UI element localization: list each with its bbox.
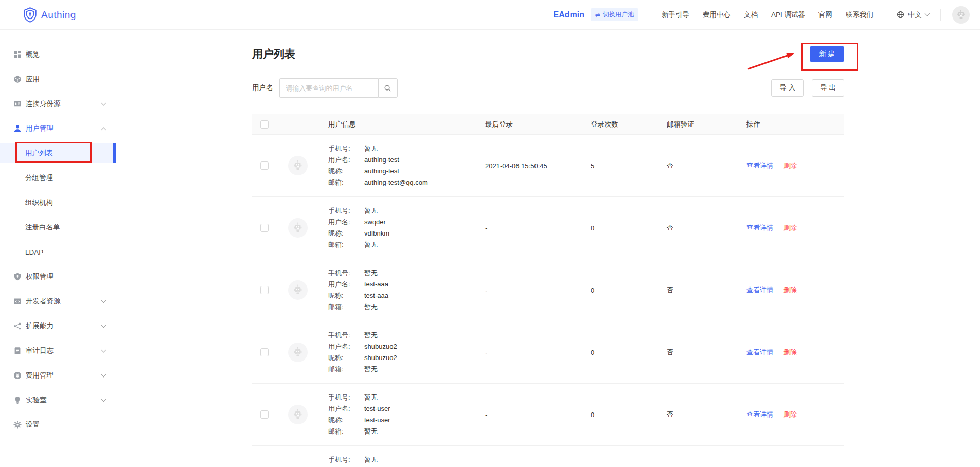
page-title: 用户列表 bbox=[252, 47, 295, 61]
sidebar-subitem-registration-whitelist[interactable]: 注册白名单 bbox=[0, 215, 116, 240]
user-info-cell: 手机号:暂无用户名:test-aaa昵称:test-aaa邮箱:暂无 bbox=[328, 267, 485, 313]
user-avatar[interactable] bbox=[952, 6, 970, 24]
field-label-nickname: 昵称: bbox=[328, 228, 364, 239]
search-button[interactable] bbox=[378, 78, 398, 98]
sidebar-subitem-label: 组织机构 bbox=[25, 198, 53, 207]
nav-item-contact-us[interactable]: 联系我们 bbox=[846, 10, 874, 20]
sidebar-subitem-user-list[interactable]: 用户列表 bbox=[0, 143, 116, 163]
row-checkbox[interactable] bbox=[260, 161, 269, 170]
nav-item-billing-center[interactable]: 费用中心 bbox=[703, 10, 730, 20]
delete-link[interactable]: 删除 bbox=[783, 161, 797, 170]
view-details-link[interactable]: 查看详情 bbox=[746, 348, 773, 357]
field-label-username: 用户名: bbox=[328, 279, 364, 290]
column-header: 登录次数 bbox=[591, 120, 667, 129]
table-header-row: 用户信息最后登录登录次数邮箱验证操作 bbox=[252, 114, 844, 135]
user-pool-name[interactable]: EAdmin bbox=[553, 10, 584, 20]
sidebar-item-lab[interactable]: 实验室 bbox=[0, 388, 116, 412]
robot-avatar-icon bbox=[288, 343, 308, 362]
sidebar-item-label: 实验室 bbox=[26, 396, 47, 405]
field-label-nickname: 昵称: bbox=[328, 166, 364, 177]
sidebar-item-overview[interactable]: 概览 bbox=[0, 42, 116, 67]
username-search-input[interactable] bbox=[279, 78, 378, 98]
row-checkbox[interactable] bbox=[260, 410, 269, 419]
view-details-link[interactable]: 查看详情 bbox=[746, 410, 773, 419]
field-value-email: authing-test@qq.com bbox=[364, 177, 428, 188]
field-label-email: 邮箱: bbox=[328, 177, 364, 188]
email-verified-cell: 否 bbox=[667, 410, 746, 419]
sidebar-subitem-label: LDAP bbox=[25, 248, 43, 256]
login-count-cell: 5 bbox=[591, 162, 667, 170]
email-verified-cell: 否 bbox=[667, 223, 746, 232]
field-value-phone: 暂无 bbox=[364, 267, 378, 279]
sidebar-item-label: 用户管理 bbox=[26, 124, 54, 133]
last-login-cell: - bbox=[485, 224, 591, 232]
delete-link[interactable]: 删除 bbox=[783, 348, 797, 357]
delete-link[interactable]: 删除 bbox=[783, 223, 797, 232]
globe-icon bbox=[897, 11, 904, 19]
select-all-checkbox[interactable] bbox=[260, 120, 269, 129]
sidebar-item-settings[interactable]: 设置 bbox=[0, 412, 116, 437]
permission-management-icon bbox=[13, 272, 22, 281]
chevron-down-icon bbox=[101, 347, 106, 352]
sidebar-item-identity-sources[interactable]: 连接身份源 bbox=[0, 92, 116, 116]
divider bbox=[940, 9, 941, 21]
field-value-phone: 暂无 bbox=[364, 330, 378, 341]
row-checkbox[interactable] bbox=[260, 348, 269, 356]
language-selector[interactable]: 中文 bbox=[897, 10, 929, 20]
sidebar-item-billing-management[interactable]: 费用管理 bbox=[0, 363, 116, 388]
chevron-up-icon bbox=[101, 127, 106, 132]
view-details-link[interactable]: 查看详情 bbox=[746, 161, 773, 170]
delete-link[interactable]: 删除 bbox=[783, 410, 797, 419]
field-label-username: 用户名: bbox=[328, 217, 364, 228]
view-details-link[interactable]: 查看详情 bbox=[746, 285, 773, 295]
divider bbox=[650, 9, 650, 21]
table-row: 手机号:暂无用户名:authing-test昵称:authing-test邮箱:… bbox=[252, 135, 844, 197]
settings-icon bbox=[13, 420, 22, 429]
row-checkbox[interactable] bbox=[260, 286, 269, 294]
nav-item-api-debugger[interactable]: API 调试器 bbox=[771, 10, 805, 20]
field-label-phone: 手机号: bbox=[328, 267, 364, 279]
field-label-email: 邮箱: bbox=[328, 301, 364, 313]
sidebar-item-extensions[interactable]: 扩展能力 bbox=[0, 314, 116, 338]
sidebar-item-user-management[interactable]: 用户管理 bbox=[0, 116, 116, 141]
field-label-email: 邮箱: bbox=[328, 364, 364, 375]
nav-item-docs[interactable]: 文档 bbox=[744, 10, 758, 20]
field-label-username: 用户名: bbox=[328, 154, 364, 166]
field-label-email: 邮箱: bbox=[328, 426, 364, 437]
sidebar-subitem-group-management[interactable]: 分组管理 bbox=[0, 166, 116, 190]
export-button[interactable]: 导 出 bbox=[812, 79, 844, 97]
nav-item-official-site[interactable]: 官网 bbox=[818, 10, 832, 20]
sidebar-item-label: 开发者资源 bbox=[26, 297, 61, 306]
language-label: 中文 bbox=[908, 10, 922, 20]
email-verified-cell: 否 bbox=[667, 285, 746, 295]
field-value-nickname: shubuzuo2 bbox=[364, 352, 397, 364]
sidebar-subitem-ldap[interactable]: LDAP bbox=[0, 240, 116, 264]
sidebar-item-permission-management[interactable]: 权限管理 bbox=[0, 264, 116, 289]
field-value-username: test-user bbox=[364, 403, 390, 415]
overview-icon bbox=[13, 50, 22, 59]
nav-item-guide[interactable]: 新手引导 bbox=[662, 10, 689, 20]
delete-link[interactable]: 删除 bbox=[783, 285, 797, 295]
switch-pool-button[interactable]: ⇌ 切换用户池 bbox=[591, 8, 638, 21]
email-verified-cell: 否 bbox=[667, 348, 746, 357]
user-table: 用户信息最后登录登录次数邮箱验证操作 手机号:暂无用户名:authing-tes… bbox=[252, 114, 844, 467]
sidebar-item-developer-resources[interactable]: 开发者资源 bbox=[0, 289, 116, 314]
row-checkbox[interactable] bbox=[260, 224, 269, 232]
billing-management-icon bbox=[13, 371, 22, 380]
switch-pool-label: 切换用户池 bbox=[603, 10, 634, 19]
view-details-link[interactable]: 查看详情 bbox=[746, 223, 773, 232]
sidebar-item-label: 设置 bbox=[26, 420, 40, 429]
login-count-cell: 0 bbox=[591, 349, 667, 356]
chevron-down-icon bbox=[925, 11, 930, 16]
sidebar-subitem-organizations[interactable]: 组织机构 bbox=[0, 190, 116, 215]
sidebar-item-applications[interactable]: 应用 bbox=[0, 67, 116, 92]
applications-icon bbox=[13, 75, 22, 84]
field-label-nickname: 昵称: bbox=[328, 290, 364, 301]
field-value-phone: 暂无 bbox=[364, 392, 378, 403]
sidebar-item-audit-logs[interactable]: 审计日志 bbox=[0, 338, 116, 363]
import-button[interactable]: 导 入 bbox=[771, 79, 804, 97]
create-user-button[interactable]: 新 建 bbox=[810, 46, 844, 62]
field-label-email: 邮箱: bbox=[328, 239, 364, 250]
brand-logo[interactable]: Authing bbox=[23, 7, 76, 23]
sidebar-subitem-label: 注册白名单 bbox=[25, 223, 60, 232]
